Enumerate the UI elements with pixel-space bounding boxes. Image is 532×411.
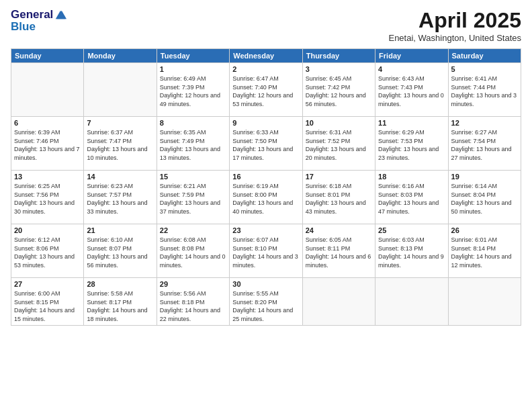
- header-row: SundayMondayTuesdayWednesdayThursdayFrid…: [11, 49, 521, 63]
- day-info: Sunrise: 6:19 AMSunset: 8:00 PMDaylight:…: [232, 183, 293, 215]
- day-cell: 9 Sunrise: 6:33 AMSunset: 7:50 PMDayligh…: [230, 117, 302, 171]
- day-number: 17: [306, 173, 372, 181]
- day-info: Sunrise: 6:43 AMSunset: 7:43 PMDaylight:…: [378, 75, 444, 107]
- day-info: Sunrise: 6:33 AMSunset: 7:50 PMDaylight:…: [232, 129, 293, 161]
- day-number: 18: [378, 173, 445, 181]
- col-header-monday: Monday: [84, 49, 157, 63]
- day-info: Sunrise: 6:18 AMSunset: 8:01 PMDaylight:…: [306, 183, 366, 215]
- day-cell: 15 Sunrise: 6:21 AMSunset: 7:59 PMDaylig…: [157, 171, 229, 224]
- day-cell: 12 Sunrise: 6:27 AMSunset: 7:54 PMDaylig…: [448, 117, 521, 171]
- day-cell: 22 Sunrise: 6:08 AMSunset: 8:08 PMDaylig…: [157, 224, 229, 278]
- day-number: 16: [232, 173, 299, 181]
- day-info: Sunrise: 6:37 AMSunset: 7:47 PMDaylight:…: [87, 129, 147, 161]
- day-cell: 3 Sunrise: 6:45 AMSunset: 7:42 PMDayligh…: [302, 63, 375, 117]
- day-cell: 24 Sunrise: 6:05 AMSunset: 8:11 PMDaylig…: [302, 224, 375, 278]
- title-block: April 2025 Enetai, Washington, United St…: [388, 8, 521, 43]
- day-number: 22: [160, 226, 226, 234]
- day-number: 4: [378, 65, 445, 73]
- day-cell: 30 Sunrise: 5:55 AMSunset: 8:20 PMDaylig…: [230, 278, 302, 326]
- day-number: 24: [306, 226, 372, 234]
- day-cell: 1 Sunrise: 6:49 AMSunset: 7:39 PMDayligh…: [157, 63, 229, 117]
- day-number: 6: [14, 119, 81, 127]
- day-number: 19: [451, 173, 518, 181]
- day-info: Sunrise: 5:55 AMSunset: 8:20 PMDaylight:…: [232, 290, 293, 322]
- col-header-thursday: Thursday: [302, 49, 375, 63]
- day-info: Sunrise: 6:10 AMSunset: 8:07 PMDaylight:…: [87, 236, 147, 269]
- day-info: Sunrise: 6:14 AMSunset: 8:04 PMDaylight:…: [451, 183, 512, 215]
- day-number: 26: [451, 226, 518, 234]
- day-number: 12: [451, 119, 518, 127]
- day-info: Sunrise: 6:08 AMSunset: 8:08 PMDaylight:…: [160, 236, 226, 269]
- day-cell: 19 Sunrise: 6:14 AMSunset: 8:04 PMDaylig…: [448, 171, 521, 224]
- day-number: 5: [451, 65, 518, 73]
- day-cell: 17 Sunrise: 6:18 AMSunset: 8:01 PMDaylig…: [302, 171, 375, 224]
- day-cell: 16 Sunrise: 6:19 AMSunset: 8:00 PMDaylig…: [230, 171, 302, 224]
- day-cell: 2 Sunrise: 6:47 AMSunset: 7:40 PMDayligh…: [230, 63, 302, 117]
- page: General Blue April 2025 Enetai, Washingt…: [0, 0, 532, 411]
- logo-icon: [54, 9, 66, 21]
- day-info: Sunrise: 5:56 AMSunset: 8:18 PMDaylight:…: [160, 290, 220, 322]
- day-info: Sunrise: 6:47 AMSunset: 7:40 PMDaylight:…: [232, 75, 293, 107]
- day-number: 2: [232, 65, 299, 73]
- day-info: Sunrise: 6:01 AMSunset: 8:14 PMDaylight:…: [451, 236, 512, 269]
- day-cell: 6 Sunrise: 6:39 AMSunset: 7:46 PMDayligh…: [11, 117, 84, 171]
- day-cell: 5 Sunrise: 6:41 AMSunset: 7:44 PMDayligh…: [448, 63, 521, 117]
- day-cell: 10 Sunrise: 6:31 AMSunset: 7:52 PMDaylig…: [302, 117, 375, 171]
- day-number: 8: [160, 119, 226, 127]
- day-number: 15: [160, 173, 226, 181]
- day-info: Sunrise: 6:45 AMSunset: 7:42 PMDaylight:…: [306, 75, 366, 107]
- day-number: 25: [378, 226, 445, 234]
- subtitle: Enetai, Washington, United States: [388, 33, 521, 43]
- day-number: 7: [87, 119, 153, 127]
- day-info: Sunrise: 5:58 AMSunset: 8:17 PMDaylight:…: [87, 290, 147, 322]
- day-cell: 26 Sunrise: 6:01 AMSunset: 8:14 PMDaylig…: [448, 224, 521, 278]
- col-header-friday: Friday: [375, 49, 448, 63]
- day-info: Sunrise: 6:27 AMSunset: 7:54 PMDaylight:…: [451, 129, 512, 161]
- day-number: 1: [160, 65, 226, 73]
- day-cell: 28 Sunrise: 5:58 AMSunset: 8:17 PMDaylig…: [84, 278, 157, 326]
- day-number: 11: [378, 119, 445, 127]
- day-info: Sunrise: 6:07 AMSunset: 8:10 PMDaylight:…: [232, 236, 298, 269]
- day-cell: 14 Sunrise: 6:23 AMSunset: 7:57 PMDaylig…: [84, 171, 157, 224]
- day-info: Sunrise: 6:39 AMSunset: 7:46 PMDaylight:…: [14, 129, 80, 161]
- day-cell: 8 Sunrise: 6:35 AMSunset: 7:49 PMDayligh…: [157, 117, 229, 171]
- col-header-tuesday: Tuesday: [157, 49, 229, 63]
- day-info: Sunrise: 6:03 AMSunset: 8:13 PMDaylight:…: [378, 236, 444, 269]
- day-cell: 20 Sunrise: 6:12 AMSunset: 8:06 PMDaylig…: [11, 224, 84, 278]
- day-number: 28: [87, 280, 153, 288]
- day-cell: 11 Sunrise: 6:29 AMSunset: 7:53 PMDaylig…: [375, 117, 448, 171]
- day-number: 20: [14, 226, 81, 234]
- day-cell: [11, 63, 84, 117]
- day-cell: 18 Sunrise: 6:16 AMSunset: 8:03 PMDaylig…: [375, 171, 448, 224]
- day-number: 30: [232, 280, 299, 288]
- day-cell: [302, 278, 375, 326]
- main-title: April 2025: [388, 8, 521, 33]
- calendar: SundayMondayTuesdayWednesdayThursdayFrid…: [11, 48, 521, 326]
- day-info: Sunrise: 6:49 AMSunset: 7:39 PMDaylight:…: [160, 75, 220, 107]
- day-number: 29: [160, 280, 226, 288]
- day-info: Sunrise: 6:29 AMSunset: 7:53 PMDaylight:…: [378, 129, 439, 161]
- day-cell: 25 Sunrise: 6:03 AMSunset: 8:13 PMDaylig…: [375, 224, 448, 278]
- day-number: 21: [87, 226, 153, 234]
- day-info: Sunrise: 6:00 AMSunset: 8:15 PMDaylight:…: [14, 290, 75, 322]
- header: General Blue April 2025 Enetai, Washingt…: [11, 8, 521, 43]
- logo-general: General: [11, 8, 53, 21]
- day-cell: 23 Sunrise: 6:07 AMSunset: 8:10 PMDaylig…: [230, 224, 302, 278]
- day-info: Sunrise: 6:12 AMSunset: 8:06 PMDaylight:…: [14, 236, 75, 269]
- week-row-1: 1 Sunrise: 6:49 AMSunset: 7:39 PMDayligh…: [11, 63, 521, 117]
- day-cell: [448, 278, 521, 326]
- col-header-sunday: Sunday: [11, 49, 84, 63]
- day-info: Sunrise: 6:16 AMSunset: 8:03 PMDaylight:…: [378, 183, 439, 215]
- day-cell: [375, 278, 448, 326]
- col-header-wednesday: Wednesday: [230, 49, 302, 63]
- day-info: Sunrise: 6:41 AMSunset: 7:44 PMDaylight:…: [451, 75, 517, 107]
- week-row-5: 27 Sunrise: 6:00 AMSunset: 8:15 PMDaylig…: [11, 278, 521, 326]
- logo: General Blue: [11, 8, 66, 34]
- day-info: Sunrise: 6:23 AMSunset: 7:57 PMDaylight:…: [87, 183, 147, 215]
- day-cell: 7 Sunrise: 6:37 AMSunset: 7:47 PMDayligh…: [84, 117, 157, 171]
- day-cell: 4 Sunrise: 6:43 AMSunset: 7:43 PMDayligh…: [375, 63, 448, 117]
- day-cell: 27 Sunrise: 6:00 AMSunset: 8:15 PMDaylig…: [11, 278, 84, 326]
- day-info: Sunrise: 6:25 AMSunset: 7:56 PMDaylight:…: [14, 183, 75, 215]
- day-cell: [84, 63, 157, 117]
- day-cell: 21 Sunrise: 6:10 AMSunset: 8:07 PMDaylig…: [84, 224, 157, 278]
